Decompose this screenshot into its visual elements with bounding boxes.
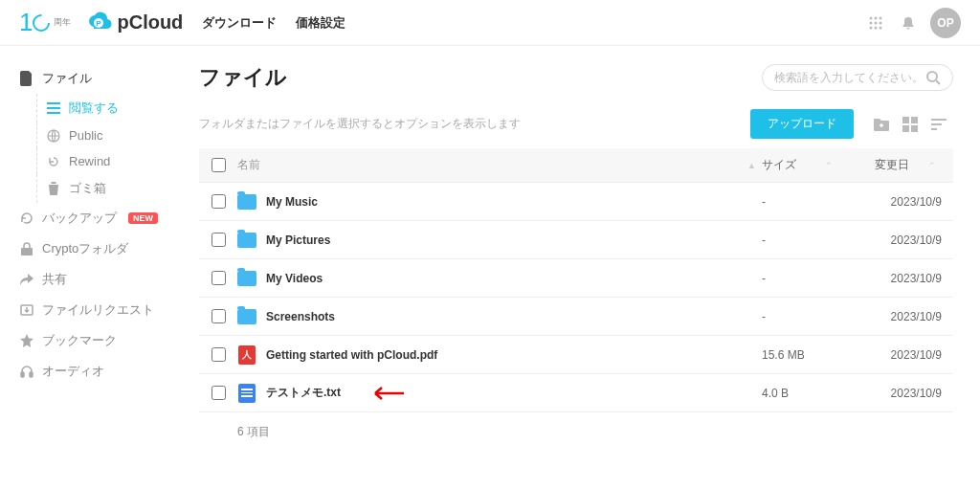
table-row[interactable]: My Videos-2023/10/9 (199, 259, 953, 298)
avatar[interactable]: OP (930, 8, 961, 38)
brand-logo[interactable]: 1 周年 P pCloud (19, 8, 183, 37)
svg-rect-26 (931, 123, 942, 125)
svg-rect-25 (931, 119, 947, 121)
sidebar-item-label: ゴミ箱 (69, 180, 106, 197)
table-row[interactable]: テストメモ.txt4.0 B2023/10/9 (199, 374, 953, 412)
text-file-icon (238, 384, 256, 403)
selection-hint: フォルダまたはファイルを選択するとオプションを表示します (199, 116, 750, 132)
file-icon (19, 71, 34, 86)
sidebar-item-label: ファイル (42, 70, 92, 87)
pricing-link[interactable]: 価格設定 (296, 14, 345, 32)
lock-icon (19, 242, 34, 256)
row-checkbox[interactable] (212, 194, 226, 209)
sidebar-item-label: Cryptoフォルダ (42, 240, 128, 257)
grid-view-icon[interactable] (896, 110, 924, 139)
sidebar-item-label: 共有 (42, 271, 67, 288)
sidebar-item-label: Public (69, 128, 102, 143)
table-row[interactable]: My Music-2023/10/9 (199, 183, 953, 221)
file-table: 名前▲ サイズ⌃ 変更日⌃ My Music-2023/10/9My Pictu… (199, 148, 953, 412)
new-folder-icon[interactable] (867, 110, 896, 139)
sidebar-item-label: 閲覧する (69, 100, 119, 117)
globe-icon (46, 129, 61, 143)
file-modified: 2023/10/9 (858, 387, 953, 400)
svg-point-6 (870, 21, 873, 24)
sidebar-item-public[interactable]: Public (0, 122, 172, 148)
folder-icon (237, 194, 256, 210)
svg-point-20 (927, 72, 937, 81)
file-name: Screenshots (266, 310, 335, 323)
file-modified: 2023/10/9 (858, 233, 953, 247)
svg-rect-23 (902, 125, 909, 132)
svg-point-3 (870, 16, 873, 19)
main-content: ファイル フォルダまたはファイルを選択するとオプションを表示します アップロード… (172, 46, 980, 457)
star-icon (19, 334, 34, 347)
trash-icon (46, 182, 61, 195)
request-icon (19, 303, 34, 317)
sidebar-item-crypto[interactable]: Cryptoフォルダ (0, 233, 172, 264)
sidebar: ファイル 閲覧する Public Rewind ゴミ箱 バックアップ NEW C… (0, 46, 172, 457)
svg-point-9 (870, 26, 873, 29)
svg-text:P: P (97, 19, 102, 28)
svg-rect-14 (47, 112, 60, 114)
svg-point-0 (33, 15, 49, 31)
sidebar-item-trash[interactable]: ゴミ箱 (0, 174, 172, 203)
search-input[interactable] (774, 71, 925, 84)
table-row[interactable]: My Pictures-2023/10/9 (199, 221, 953, 259)
search-box[interactable] (762, 64, 953, 91)
bell-icon[interactable] (892, 7, 924, 39)
sidebar-item-request[interactable]: ファイルリクエスト (0, 295, 172, 325)
sidebar-item-label: Rewind (69, 154, 110, 168)
svg-rect-21 (902, 117, 909, 123)
sort-icon[interactable] (924, 110, 953, 139)
list-icon (46, 102, 61, 114)
file-name: My Pictures (266, 233, 330, 247)
apps-icon[interactable] (859, 7, 892, 39)
file-name: My Videos (266, 272, 323, 285)
svg-point-4 (875, 16, 878, 19)
upload-button[interactable]: アップロード (750, 109, 854, 139)
page-title: ファイル (199, 63, 762, 92)
col-size[interactable]: サイズ⌃ (762, 157, 858, 173)
svg-rect-16 (21, 248, 33, 256)
row-checkbox[interactable] (212, 347, 226, 362)
file-size: - (762, 195, 858, 209)
svg-point-7 (875, 21, 878, 24)
sidebar-item-label: ブックマーク (42, 332, 117, 349)
download-link[interactable]: ダウンロード (202, 14, 277, 32)
search-icon (925, 70, 941, 85)
row-checkbox[interactable] (212, 386, 226, 400)
sidebar-item-share[interactable]: 共有 (0, 264, 172, 295)
row-checkbox[interactable] (212, 309, 226, 323)
folder-icon (237, 309, 256, 324)
col-name[interactable]: 名前▲ (237, 157, 762, 173)
table-row[interactable]: Screenshots-2023/10/9 (199, 298, 953, 336)
svg-point-11 (880, 26, 882, 29)
table-row[interactable]: 人Getting started with pCloud.pdf15.6 MB2… (199, 336, 953, 374)
backup-icon (19, 211, 34, 225)
folder-icon (237, 271, 256, 286)
row-checkbox[interactable] (212, 271, 226, 285)
file-modified: 2023/10/9 (858, 310, 953, 323)
sidebar-item-label: バックアップ (42, 210, 117, 227)
sidebar-item-backup[interactable]: バックアップ NEW (0, 203, 172, 233)
file-modified: 2023/10/9 (858, 348, 953, 362)
col-modified[interactable]: 変更日⌃ (858, 157, 953, 173)
select-all-checkbox[interactable] (212, 158, 226, 172)
sidebar-item-bookmark[interactable]: ブックマーク (0, 325, 172, 356)
sidebar-item-audio[interactable]: オーディオ (0, 356, 172, 387)
sidebar-item-files[interactable]: ファイル (0, 63, 172, 94)
sidebar-item-browse[interactable]: 閲覧する (0, 94, 172, 122)
file-name: テストメモ.txt (266, 385, 341, 401)
file-size: 4.0 B (762, 387, 858, 400)
svg-point-10 (875, 26, 878, 29)
file-size: - (762, 233, 858, 247)
pcloud-icon: P (86, 10, 113, 36)
sidebar-item-rewind[interactable]: Rewind (0, 148, 172, 174)
svg-rect-24 (911, 125, 918, 132)
audio-icon (19, 365, 34, 378)
folder-icon (237, 233, 256, 248)
svg-point-5 (880, 16, 882, 19)
table-header: 名前▲ サイズ⌃ 変更日⌃ (199, 148, 953, 183)
new-badge: NEW (128, 212, 158, 224)
row-checkbox[interactable] (212, 233, 226, 247)
